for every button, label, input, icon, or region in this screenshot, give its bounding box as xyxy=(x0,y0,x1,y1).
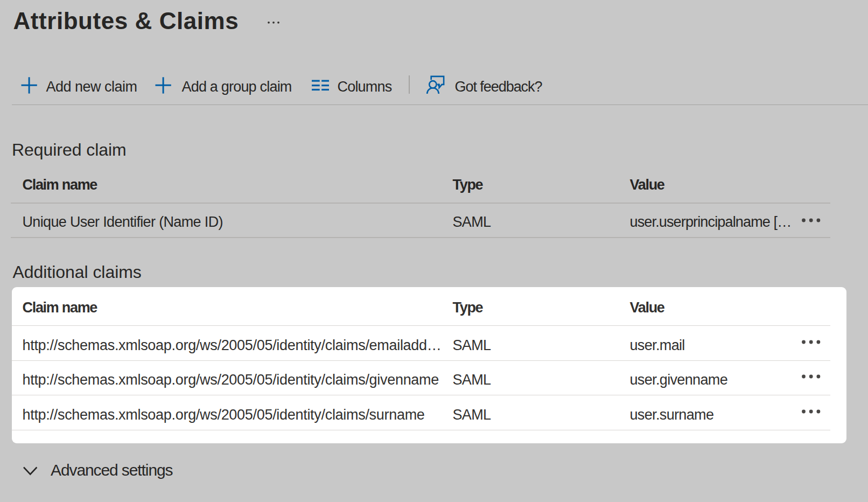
more-options-icon[interactable] xyxy=(801,374,821,379)
type-cell: SAML xyxy=(453,373,491,387)
additional-claims-table-card: Claim name Type Value http://schemas.xml… xyxy=(12,287,846,443)
column-header-type: Type xyxy=(453,301,483,315)
divider xyxy=(12,325,830,326)
attributes-claims-page: Attributes & Claims Add new claim Add a … xyxy=(0,0,868,502)
value-cell: user.surname xyxy=(630,408,714,422)
divider xyxy=(12,360,830,361)
more-options-icon[interactable] xyxy=(801,339,821,345)
value-cell: user.givenname xyxy=(630,373,728,387)
type-cell: SAML xyxy=(453,338,491,353)
column-header-value: Value xyxy=(630,301,664,315)
more-options-icon[interactable] xyxy=(801,409,821,414)
claim-name-cell: http://schemas.xmlsoap.org/ws/2005/05/id… xyxy=(23,338,442,353)
divider xyxy=(12,395,830,395)
value-cell: user.mail xyxy=(630,338,685,353)
type-cell: SAML xyxy=(453,408,491,422)
claim-name-cell: http://schemas.xmlsoap.org/ws/2005/05/id… xyxy=(23,408,425,422)
column-header-claim-name: Claim name xyxy=(23,301,97,315)
claim-name-cell: http://schemas.xmlsoap.org/ws/2005/05/id… xyxy=(23,373,439,387)
divider xyxy=(12,430,830,430)
